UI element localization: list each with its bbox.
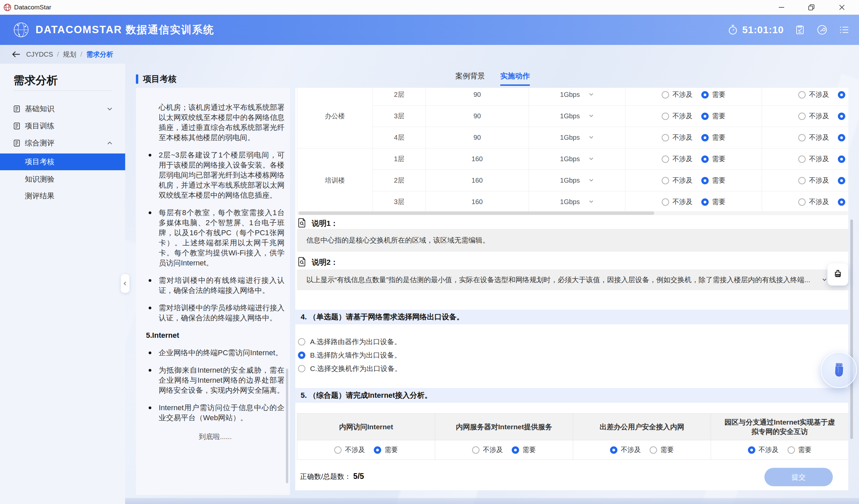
- sidebar-item-comprehensive-assessment[interactable]: 综合测评: [0, 135, 125, 152]
- radio-required[interactable]: 需要: [701, 90, 725, 99]
- q4-option-a[interactable]: A.选择路由器作为出口设备。: [298, 337, 401, 347]
- radio-not-involved[interactable]: 不涉及: [798, 112, 829, 121]
- sidebar-item-project-training[interactable]: 项目训练: [0, 117, 125, 135]
- tools-icon[interactable]: [816, 24, 828, 36]
- radio-icon[interactable]: [787, 446, 795, 454]
- radio-icon-selected[interactable]: [701, 134, 709, 141]
- radio-not-involved[interactable]: 不涉及: [798, 155, 829, 163]
- usb-drive-widget[interactable]: [821, 352, 857, 388]
- tab-case-background[interactable]: 案例背景: [455, 71, 485, 86]
- radio-required[interactable]: 需要: [787, 445, 812, 454]
- radio-icon-selected[interactable]: [701, 177, 709, 184]
- radio-icon-selected[interactable]: [610, 446, 617, 454]
- bandwidth-select[interactable]: 1Gbps: [529, 155, 625, 163]
- radio-icon[interactable]: [798, 134, 805, 141]
- radio-icon[interactable]: [662, 199, 669, 206]
- radio-icon-selected[interactable]: [374, 446, 381, 454]
- radio-icon-selected[interactable]: [512, 446, 519, 454]
- bandwidth-select[interactable]: 1Gbps: [529, 91, 625, 98]
- question-panel-scrollbar[interactable]: [850, 220, 853, 439]
- radio-icon[interactable]: [798, 113, 805, 120]
- radio-not-involved[interactable]: 不涉及: [662, 198, 693, 206]
- radio-not-involved[interactable]: 不涉及: [662, 176, 693, 185]
- radio-required[interactable]: 需要: [838, 176, 848, 185]
- close-button[interactable]: [831, 0, 853, 15]
- radio-not-involved[interactable]: 不涉及: [472, 445, 503, 454]
- radio-icon[interactable]: [798, 156, 805, 163]
- radio-icon[interactable]: [662, 177, 669, 184]
- radio-icon-selected[interactable]: [298, 351, 305, 359]
- radio-not-involved[interactable]: 不涉及: [798, 176, 829, 185]
- radio-required[interactable]: 需要: [838, 155, 848, 163]
- back-arrow-icon[interactable]: [10, 48, 22, 60]
- report-icon[interactable]: [794, 24, 806, 36]
- sidebar-subitem-project-exam[interactable]: 项目考核: [0, 154, 125, 170]
- q4-option-c[interactable]: C.选择交换机作为出口设备。: [298, 364, 402, 373]
- radio-icon-selected[interactable]: [838, 134, 845, 141]
- radio-required[interactable]: 需要: [838, 133, 848, 142]
- bandwidth-select[interactable]: 1Gbps: [529, 134, 625, 141]
- radio-not-involved[interactable]: 不涉及: [798, 198, 829, 206]
- radio-icon[interactable]: [298, 338, 305, 346]
- radio-icon-selected[interactable]: [838, 113, 845, 120]
- radio-required[interactable]: 需要: [374, 445, 398, 454]
- bandwidth-select[interactable]: 1Gbps: [529, 198, 625, 206]
- tab-implementation[interactable]: 实施动作: [500, 71, 530, 86]
- radio-not-involved[interactable]: 不涉及: [798, 133, 829, 142]
- radio-required[interactable]: 需要: [701, 198, 725, 206]
- case-panel-scrollbar[interactable]: [286, 368, 288, 483]
- radio-icon-selected[interactable]: [838, 156, 845, 163]
- submit-button[interactable]: 提交: [764, 468, 833, 486]
- radio-not-involved[interactable]: 不涉及: [662, 133, 693, 142]
- breadcrumb-item[interactable]: 规划: [63, 50, 76, 59]
- sidebar-subitem-assessment-results[interactable]: 测评结果: [0, 188, 125, 204]
- sidebar-subitem-knowledge-quiz[interactable]: 知识测验: [0, 171, 125, 188]
- sidebar-item-basic-knowledge[interactable]: 基础知识: [0, 100, 125, 117]
- breadcrumb-item[interactable]: CJYDCS: [26, 51, 53, 58]
- radio-required[interactable]: 需要: [838, 90, 848, 99]
- radio-icon-selected[interactable]: [838, 91, 845, 98]
- radio-icon[interactable]: [798, 91, 805, 98]
- expand-chevron-icon[interactable]: [822, 276, 827, 284]
- radio-required[interactable]: 需要: [701, 155, 725, 163]
- q4-option-b-selected[interactable]: B.选择防火墙作为出口设备。: [298, 350, 401, 360]
- radio-required[interactable]: 需要: [650, 445, 674, 454]
- radio-icon-selected[interactable]: [701, 91, 709, 98]
- minimize-button[interactable]: [770, 0, 793, 15]
- radio-required[interactable]: 需要: [701, 112, 725, 121]
- sidebar-collapse-handle[interactable]: [121, 274, 130, 293]
- radio-icon-selected[interactable]: [838, 199, 845, 206]
- scrollbar-thumb[interactable]: [299, 211, 654, 215]
- radio-not-involved[interactable]: 不涉及: [662, 112, 693, 121]
- radio-icon[interactable]: [334, 446, 342, 454]
- radio-icon-selected[interactable]: [748, 446, 755, 454]
- radio-required[interactable]: 需要: [512, 445, 536, 454]
- radio-not-involved[interactable]: 不涉及: [662, 155, 693, 163]
- radio-icon[interactable]: [662, 91, 669, 98]
- radio-icon-selected[interactable]: [838, 177, 845, 184]
- table-horizontal-scrollbar[interactable]: [297, 211, 848, 215]
- clear-brush-button[interactable]: [827, 263, 848, 285]
- radio-not-involved[interactable]: 不涉及: [748, 445, 779, 454]
- radio-required[interactable]: 需要: [838, 198, 848, 206]
- breadcrumb-item-current[interactable]: 需求分析: [86, 50, 113, 59]
- restore-button[interactable]: [800, 0, 823, 15]
- radio-not-involved[interactable]: 不涉及: [798, 90, 829, 99]
- radio-required[interactable]: 需要: [701, 176, 725, 185]
- radio-icon[interactable]: [662, 113, 669, 120]
- radio-icon[interactable]: [650, 446, 657, 454]
- radio-icon[interactable]: [298, 365, 305, 372]
- radio-icon-selected[interactable]: [701, 156, 709, 163]
- bandwidth-select[interactable]: 1Gbps: [529, 112, 625, 120]
- radio-required[interactable]: 需要: [838, 112, 848, 121]
- menu-list-icon[interactable]: [838, 24, 850, 36]
- bandwidth-select[interactable]: 1Gbps: [529, 177, 625, 184]
- radio-icon[interactable]: [472, 446, 480, 454]
- radio-not-involved[interactable]: 不涉及: [334, 445, 365, 454]
- radio-not-involved[interactable]: 不涉及: [662, 90, 693, 99]
- radio-icon[interactable]: [662, 134, 669, 141]
- radio-icon[interactable]: [662, 156, 669, 163]
- radio-icon[interactable]: [798, 177, 805, 184]
- radio-icon-selected[interactable]: [701, 113, 709, 120]
- radio-required[interactable]: 需要: [701, 133, 725, 142]
